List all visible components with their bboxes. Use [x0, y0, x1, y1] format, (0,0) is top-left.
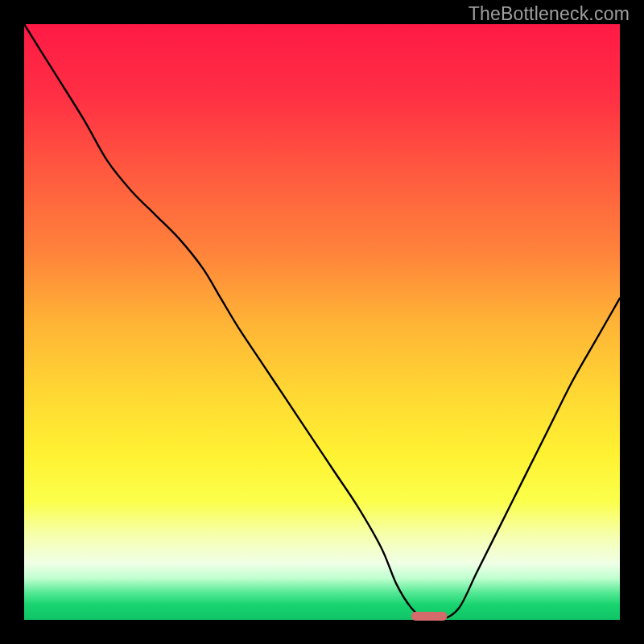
bottleneck-chart: TheBottleneck.com: [0, 0, 644, 644]
optimal-marker: [411, 612, 447, 621]
plot-area: [24, 24, 620, 620]
watermark-text: TheBottleneck.com: [469, 3, 630, 25]
chart-svg: [0, 0, 644, 644]
